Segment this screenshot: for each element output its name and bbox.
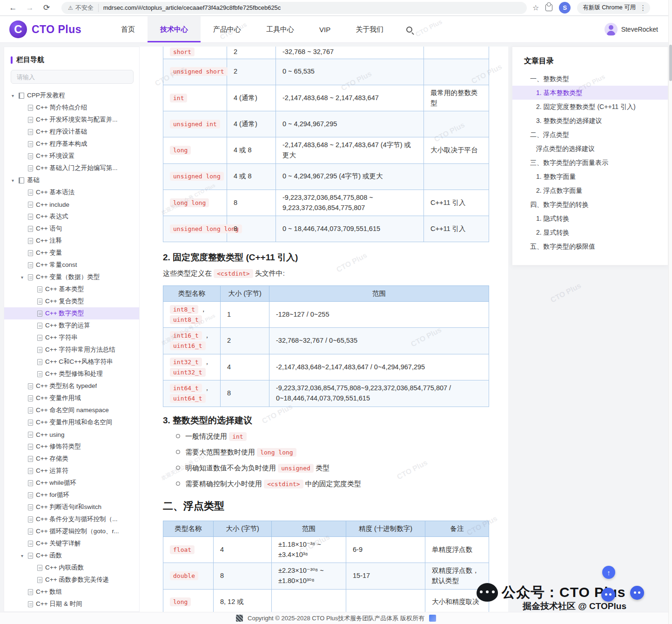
sidebar-item[interactable]: C++ 函数参数完美传递: [4, 574, 139, 586]
sidebar-item[interactable]: C++ 程序基本构成: [4, 138, 139, 150]
sidebar-item-label: 基础: [27, 176, 40, 184]
heading-advice: 3. 整数类型的选择建议: [163, 414, 508, 427]
toc-item[interactable]: 1. 隐式转换: [512, 211, 668, 225]
toc-item[interactable]: 2. 显式转换: [512, 225, 668, 239]
nav-item-工具中心[interactable]: 工具中心: [254, 16, 307, 42]
sidebar-item[interactable]: C++ 日期 & 时间: [4, 598, 139, 610]
sidebar-item[interactable]: C++ while循环: [4, 477, 139, 489]
sidebar-item[interactable]: C++ 基本类型: [4, 283, 139, 295]
sidebar-item[interactable]: C++ 类型修饰和处理: [4, 368, 139, 380]
nav-item-关于我们[interactable]: 关于我们: [343, 16, 396, 42]
toc-item[interactable]: 2. 浮点数字面量: [512, 183, 668, 197]
table-cell: 1: [221, 301, 269, 328]
sidebar-item[interactable]: C++ 数字的运算: [4, 319, 139, 332]
toc-item[interactable]: 四、数字类型的转换: [512, 197, 668, 211]
document-icon: [37, 298, 42, 305]
toc-item[interactable]: 五、数字类型的极限值: [512, 239, 668, 253]
page-scrollbar[interactable]: [668, 0, 672, 624]
inline-code: unsigned int: [170, 120, 220, 129]
chevron-down-icon[interactable]: ▾: [10, 93, 16, 98]
scrollbar-thumb[interactable]: [669, 45, 672, 81]
sidebar-item[interactable]: C++ include: [4, 198, 139, 210]
sidebar-item[interactable]: C++ 常量const: [4, 259, 139, 271]
sidebar-item[interactable]: C++ 表达式: [4, 210, 139, 223]
sidebar-item[interactable]: C++ 关键字详解: [4, 537, 139, 549]
toc-item[interactable]: 浮点类型的选择建议: [512, 142, 668, 156]
extensions-icon[interactable]: [545, 4, 552, 11]
toc-item[interactable]: 1. 基本整数类型: [512, 86, 668, 100]
toc-item[interactable]: 2. 固定宽度整数类型 (C++11 引入): [512, 100, 668, 114]
sidebar-item[interactable]: C++ 修饰符类型: [4, 441, 139, 453]
toc-item[interactable]: 一、整数类型: [512, 72, 668, 86]
sidebar-item[interactable]: ▾基础: [4, 174, 139, 186]
document-icon: [28, 226, 33, 232]
bookmark-star-icon[interactable]: ☆: [532, 3, 539, 12]
sidebar-item-label: C++ using: [36, 431, 65, 438]
table-cell: 2: [221, 328, 269, 354]
sidebar-item[interactable]: C++ 循环逻辑控制（goto、r...: [4, 525, 139, 537]
sidebar-item[interactable]: C++ 变量作用域: [4, 392, 139, 404]
chevron-down-icon[interactable]: ▾: [10, 178, 16, 183]
user-menu[interactable]: SteveRocket: [605, 16, 672, 42]
table-cell: 8: [214, 563, 272, 590]
toc-item[interactable]: 二、浮点类型: [512, 128, 668, 142]
sidebar-item[interactable]: C++ 程序设计基础: [4, 126, 139, 138]
toc-item[interactable]: 3. 整数类型的选择建议: [512, 114, 668, 128]
toc-item[interactable]: 三、数字类型的字面量表示: [512, 156, 668, 170]
toc-item[interactable]: 1. 整数字面量: [512, 170, 668, 183]
sidebar-item[interactable]: C++ for循环: [4, 489, 139, 501]
nav-item-首页[interactable]: 首页: [108, 16, 148, 42]
sidebar-item[interactable]: ▾C++ 函数: [4, 549, 139, 562]
sidebar-item[interactable]: C++ 内联函数: [4, 562, 139, 574]
sidebar-item[interactable]: C++ 基础入门之开始编写第...: [4, 162, 139, 174]
nav-item-VIP[interactable]: VIP: [307, 16, 343, 42]
sidebar-item[interactable]: C++ 变量作用域和命名空间: [4, 416, 139, 428]
table-cell: short: [163, 47, 227, 59]
sidebar-item[interactable]: C++ C和C++风格字符串: [4, 356, 139, 368]
heading-fixed-width: 2. 固定宽度整数类型 (C++11 引入): [163, 251, 508, 264]
sidebar-item[interactable]: C++ 基本语法: [4, 186, 139, 198]
nav-item-产品中心[interactable]: 产品中心: [201, 16, 254, 42]
forward-icon[interactable]: →: [23, 1, 36, 14]
chrome-update-button[interactable]: 有新版 Chrome 可用 ⋮: [577, 2, 650, 14]
nav-item-技术中心[interactable]: 技术中心: [148, 16, 201, 42]
site-logo[interactable]: C CTO Plus: [0, 16, 90, 42]
sidebar-item[interactable]: C++ using: [4, 428, 139, 441]
sidebar-item[interactable]: C++ 数组: [4, 586, 139, 598]
chevron-down-icon[interactable]: ▾: [19, 553, 25, 558]
contact-fab-icon[interactable]: [601, 588, 615, 602]
scroll-to-top-button[interactable]: ↑: [602, 566, 615, 579]
address-bar[interactable]: ⚠ 不安全 mdrsec.com/#/ctoplus_article/cecaa…: [61, 2, 527, 14]
sidebar-item[interactable]: C++ 简介特点介绍: [4, 102, 139, 114]
chevron-down-icon[interactable]: ▾: [19, 275, 25, 280]
sidebar-item[interactable]: C++ 注释: [4, 235, 139, 247]
security-label[interactable]: 不安全: [75, 4, 99, 12]
sidebar-item[interactable]: C++ 字符串: [4, 332, 139, 344]
sidebar-item[interactable]: C++ 数字类型: [4, 307, 139, 319]
sidebar-item[interactable]: C++ 语句: [4, 223, 139, 235]
sidebar-search-input[interactable]: [11, 70, 134, 84]
sidebar-item[interactable]: C++ 字符串常用方法总结: [4, 344, 139, 356]
browser-profile-avatar[interactable]: S: [559, 2, 571, 14]
refresh-icon[interactable]: ⟳: [40, 1, 53, 14]
sidebar-item[interactable]: C++ 环境设置: [4, 150, 139, 162]
inline-code: unsigned long long: [170, 224, 242, 233]
sidebar-item[interactable]: C++ 存储类: [4, 453, 139, 465]
header-search-button[interactable]: [406, 16, 412, 42]
sidebar-item[interactable]: C++ 判断语句if和switch: [4, 501, 139, 513]
sidebar-item[interactable]: C++ 开发环境安装与配置并...: [4, 114, 139, 126]
service-fab-icon[interactable]: [630, 586, 644, 600]
url-text[interactable]: mdrsec.com/#/ctoplus_article/cecaaef73f4…: [103, 4, 281, 11]
sidebar-item-label: CPP开发教程: [27, 91, 65, 100]
browser-menu-icon[interactable]: ⋮: [639, 4, 646, 12]
sidebar-item[interactable]: C++ 变量: [4, 247, 139, 259]
sidebar-item[interactable]: ▾CPP开发教程: [4, 89, 139, 102]
sidebar-item-label: C++ 程序基本构成: [36, 140, 87, 148]
sidebar-item[interactable]: C++ 条件分支与循环控制（...: [4, 513, 139, 525]
sidebar-item[interactable]: ▾C++ 变量（数据）类型: [4, 271, 139, 283]
sidebar-item[interactable]: C++ 复合类型: [4, 295, 139, 307]
sidebar-item[interactable]: C++ 类型别名 typedef: [4, 380, 139, 392]
sidebar-item[interactable]: C++ 命名空间 namespace: [4, 404, 139, 416]
sidebar-item[interactable]: C++ 运算符: [4, 465, 139, 477]
back-icon[interactable]: ←: [7, 1, 20, 14]
